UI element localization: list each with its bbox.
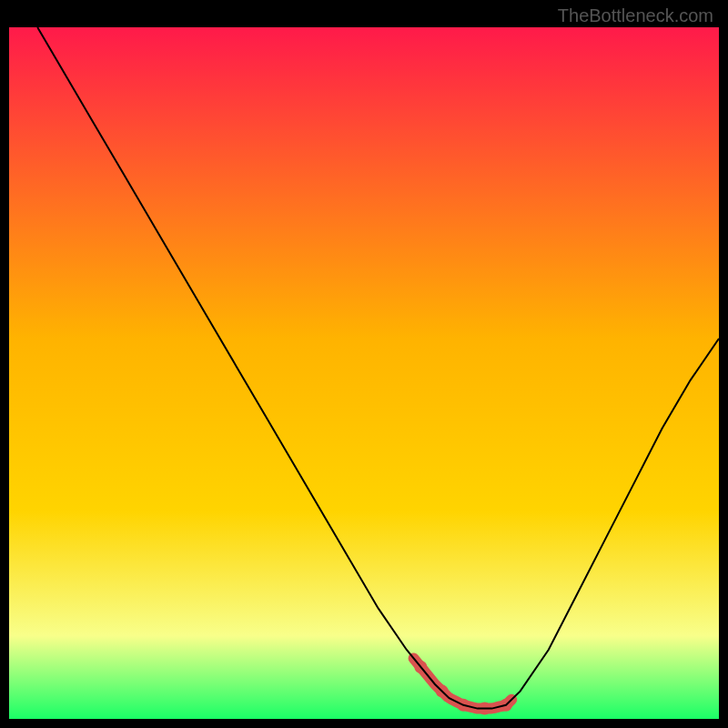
bottleneck-curve-chart: [9, 27, 719, 719]
watermark-text: TheBottleneck.com: [558, 5, 713, 26]
chart-area: [9, 27, 719, 719]
gradient-background: [9, 27, 719, 719]
